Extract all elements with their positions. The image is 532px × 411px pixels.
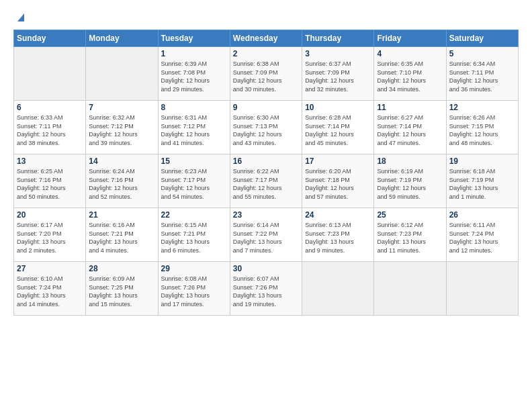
day-detail: Sunrise: 6:07 AM Sunset: 7:26 PM Dayligh…	[233, 275, 299, 308]
calendar-cell: 16Sunrise: 6:22 AM Sunset: 7:17 PM Dayli…	[230, 154, 302, 208]
day-detail: Sunrise: 6:26 AM Sunset: 7:15 PM Dayligh…	[449, 113, 515, 147]
calendar-cell	[446, 262, 518, 316]
calendar-header-thursday: Thursday	[302, 30, 374, 47]
calendar-week-2: 6Sunrise: 6:33 AM Sunset: 7:11 PM Daylig…	[14, 101, 519, 154]
day-detail: Sunrise: 6:22 AM Sunset: 7:17 PM Dayligh…	[233, 167, 299, 201]
day-detail: Sunrise: 6:16 AM Sunset: 7:21 PM Dayligh…	[89, 221, 154, 255]
day-number: 21	[89, 210, 154, 220]
calendar-cell: 25Sunrise: 6:12 AM Sunset: 7:23 PM Dayli…	[374, 208, 446, 262]
calendar-cell: 10Sunrise: 6:28 AM Sunset: 7:14 PM Dayli…	[302, 101, 374, 154]
day-detail: Sunrise: 6:09 AM Sunset: 7:25 PM Dayligh…	[89, 275, 154, 308]
calendar-header-row: SundayMondayTuesdayWednesdayThursdayFrid…	[14, 30, 519, 47]
day-number: 25	[377, 210, 443, 220]
day-detail: Sunrise: 6:19 AM Sunset: 7:19 PM Dayligh…	[377, 167, 443, 201]
day-number: 17	[305, 156, 371, 166]
calendar-cell	[86, 47, 158, 101]
day-detail: Sunrise: 6:17 AM Sunset: 7:20 PM Dayligh…	[17, 221, 83, 255]
day-number: 13	[17, 156, 83, 166]
day-detail: Sunrise: 6:13 AM Sunset: 7:23 PM Dayligh…	[305, 221, 371, 255]
day-number: 20	[17, 210, 83, 220]
day-detail: Sunrise: 6:30 AM Sunset: 7:13 PM Dayligh…	[233, 113, 299, 147]
day-number: 11	[377, 103, 443, 112]
day-detail: Sunrise: 6:32 AM Sunset: 7:12 PM Dayligh…	[89, 113, 154, 147]
calendar-cell: 3Sunrise: 6:37 AM Sunset: 7:09 PM Daylig…	[302, 47, 374, 101]
calendar-cell: 26Sunrise: 6:11 AM Sunset: 7:24 PM Dayli…	[446, 208, 518, 262]
calendar-cell: 7Sunrise: 6:32 AM Sunset: 7:12 PM Daylig…	[86, 101, 158, 154]
day-detail: Sunrise: 6:18 AM Sunset: 7:19 PM Dayligh…	[449, 167, 515, 201]
calendar-cell: 4Sunrise: 6:35 AM Sunset: 7:10 PM Daylig…	[374, 47, 446, 101]
calendar-cell: 18Sunrise: 6:19 AM Sunset: 7:19 PM Dayli…	[374, 154, 446, 208]
day-detail: Sunrise: 6:37 AM Sunset: 7:09 PM Dayligh…	[305, 60, 371, 93]
day-number: 9	[233, 103, 299, 112]
calendar-header-friday: Friday	[374, 30, 446, 47]
day-detail: Sunrise: 6:25 AM Sunset: 7:16 PM Dayligh…	[17, 167, 83, 201]
header	[13, 11, 519, 23]
day-detail: Sunrise: 6:12 AM Sunset: 7:23 PM Dayligh…	[377, 221, 443, 255]
calendar-header-tuesday: Tuesday	[158, 30, 230, 47]
svg-marker-0	[17, 13, 24, 21]
day-number: 12	[449, 103, 515, 112]
calendar-cell: 22Sunrise: 6:15 AM Sunset: 7:21 PM Dayli…	[158, 208, 230, 262]
calendar-cell: 1Sunrise: 6:39 AM Sunset: 7:08 PM Daylig…	[158, 47, 230, 101]
day-detail: Sunrise: 6:14 AM Sunset: 7:22 PM Dayligh…	[233, 221, 299, 255]
calendar-cell: 2Sunrise: 6:38 AM Sunset: 7:09 PM Daylig…	[230, 47, 302, 101]
day-detail: Sunrise: 6:10 AM Sunset: 7:24 PM Dayligh…	[17, 275, 83, 308]
day-number: 4	[377, 49, 443, 58]
calendar-table: SundayMondayTuesdayWednesdayThursdayFrid…	[13, 30, 519, 316]
calendar-cell: 19Sunrise: 6:18 AM Sunset: 7:19 PM Dayli…	[446, 154, 518, 208]
day-number: 27	[17, 264, 83, 273]
calendar-cell: 13Sunrise: 6:25 AM Sunset: 7:16 PM Dayli…	[14, 154, 86, 208]
day-number: 28	[89, 264, 154, 273]
day-detail: Sunrise: 6:28 AM Sunset: 7:14 PM Dayligh…	[305, 113, 371, 147]
calendar-cell: 27Sunrise: 6:10 AM Sunset: 7:24 PM Dayli…	[14, 262, 86, 316]
day-detail: Sunrise: 6:20 AM Sunset: 7:18 PM Dayligh…	[305, 167, 371, 201]
calendar-cell: 21Sunrise: 6:16 AM Sunset: 7:21 PM Dayli…	[86, 208, 158, 262]
day-number: 26	[449, 210, 515, 220]
calendar-cell: 17Sunrise: 6:20 AM Sunset: 7:18 PM Dayli…	[302, 154, 374, 208]
calendar-cell: 11Sunrise: 6:27 AM Sunset: 7:14 PM Dayli…	[374, 101, 446, 154]
calendar-header-saturday: Saturday	[446, 30, 518, 47]
calendar-cell: 8Sunrise: 6:31 AM Sunset: 7:12 PM Daylig…	[158, 101, 230, 154]
day-detail: Sunrise: 6:33 AM Sunset: 7:11 PM Dayligh…	[17, 113, 83, 147]
calendar-cell: 15Sunrise: 6:23 AM Sunset: 7:17 PM Dayli…	[158, 154, 230, 208]
day-number: 1	[161, 49, 227, 58]
calendar-header-sunday: Sunday	[14, 30, 86, 47]
calendar-cell: 6Sunrise: 6:33 AM Sunset: 7:11 PM Daylig…	[14, 101, 86, 154]
day-detail: Sunrise: 6:35 AM Sunset: 7:10 PM Dayligh…	[377, 60, 443, 93]
day-number: 23	[233, 210, 299, 220]
day-number: 8	[161, 103, 227, 112]
day-number: 14	[89, 156, 154, 166]
day-detail: Sunrise: 6:11 AM Sunset: 7:24 PM Dayligh…	[449, 221, 515, 255]
logo	[13, 11, 27, 23]
day-detail: Sunrise: 6:31 AM Sunset: 7:12 PM Dayligh…	[161, 113, 227, 147]
day-number: 3	[305, 49, 371, 58]
day-detail: Sunrise: 6:24 AM Sunset: 7:16 PM Dayligh…	[89, 167, 154, 201]
day-number: 6	[17, 103, 83, 112]
day-detail: Sunrise: 6:27 AM Sunset: 7:14 PM Dayligh…	[377, 113, 443, 147]
day-number: 30	[233, 264, 299, 273]
calendar-cell: 28Sunrise: 6:09 AM Sunset: 7:25 PM Dayli…	[86, 262, 158, 316]
calendar-cell: 24Sunrise: 6:13 AM Sunset: 7:23 PM Dayli…	[302, 208, 374, 262]
calendar-week-3: 13Sunrise: 6:25 AM Sunset: 7:16 PM Dayli…	[14, 154, 519, 208]
day-detail: Sunrise: 6:39 AM Sunset: 7:08 PM Dayligh…	[161, 60, 227, 93]
day-number: 15	[161, 156, 227, 166]
calendar-cell: 9Sunrise: 6:30 AM Sunset: 7:13 PM Daylig…	[230, 101, 302, 154]
day-number: 10	[305, 103, 371, 112]
day-number: 22	[161, 210, 227, 220]
day-number: 7	[89, 103, 154, 112]
day-detail: Sunrise: 6:08 AM Sunset: 7:26 PM Dayligh…	[161, 275, 227, 308]
day-detail: Sunrise: 6:15 AM Sunset: 7:21 PM Dayligh…	[161, 221, 227, 255]
calendar-header-monday: Monday	[86, 30, 158, 47]
day-number: 29	[161, 264, 227, 273]
day-detail: Sunrise: 6:23 AM Sunset: 7:17 PM Dayligh…	[161, 167, 227, 201]
calendar-cell: 12Sunrise: 6:26 AM Sunset: 7:15 PM Dayli…	[446, 101, 518, 154]
logo-icon	[15, 11, 27, 23]
day-number: 19	[449, 156, 515, 166]
calendar-cell: 23Sunrise: 6:14 AM Sunset: 7:22 PM Dayli…	[230, 208, 302, 262]
calendar-cell	[302, 262, 374, 316]
day-number: 18	[377, 156, 443, 166]
day-number: 5	[449, 49, 515, 58]
calendar-week-4: 20Sunrise: 6:17 AM Sunset: 7:20 PM Dayli…	[14, 208, 519, 262]
calendar-cell: 20Sunrise: 6:17 AM Sunset: 7:20 PM Dayli…	[14, 208, 86, 262]
calendar-week-5: 27Sunrise: 6:10 AM Sunset: 7:24 PM Dayli…	[14, 262, 519, 316]
